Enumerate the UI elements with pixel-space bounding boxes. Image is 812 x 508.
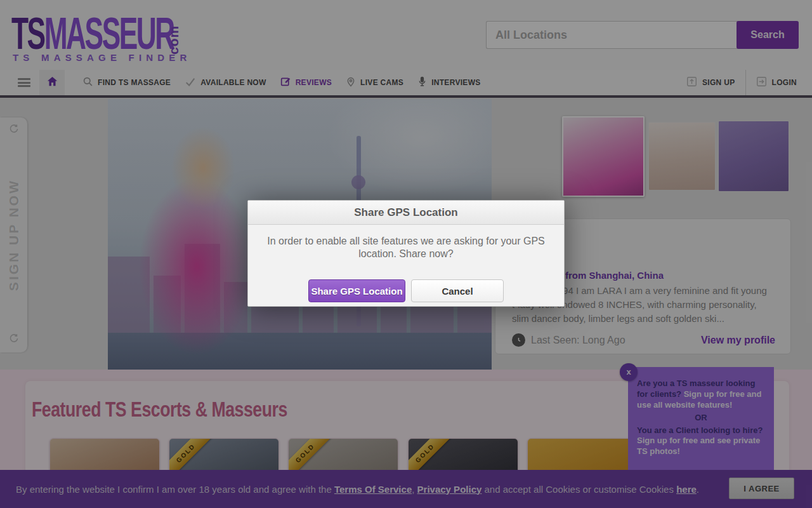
cancel-button[interactable]: Cancel [411, 279, 504, 302]
modal-actions: Share GPS Location Cancel [248, 279, 564, 302]
share-gps-location-button[interactable]: Share GPS Location [308, 279, 405, 302]
page: TSMASSEUR com TS MASSAGE FINDER Search F… [0, 0, 812, 508]
modal-title: Share GPS Location [248, 201, 564, 225]
share-gps-modal: Share GPS Location In order to enable al… [247, 200, 565, 307]
modal-body-text: In order to enable all site features we … [248, 225, 564, 260]
